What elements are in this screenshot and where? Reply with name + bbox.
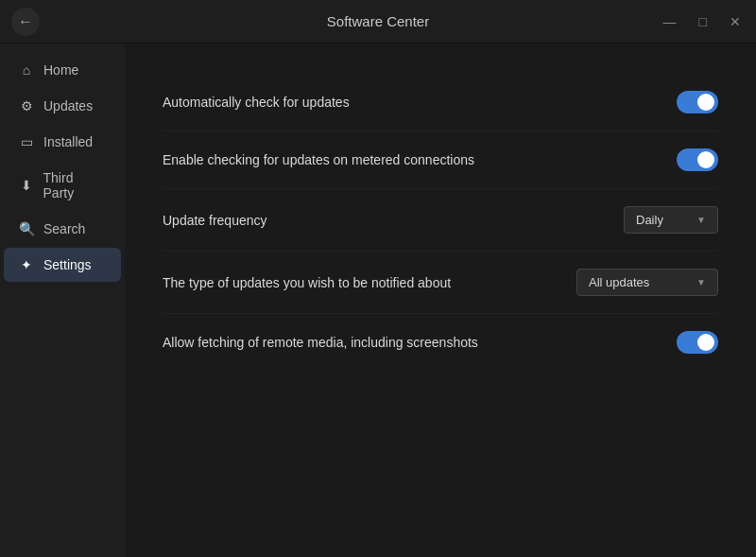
window-controls: — □ ✕ [660, 12, 745, 31]
sidebar-item-third-party[interactable]: ⬇ Third Party [4, 161, 121, 210]
sidebar-label-installed: Installed [43, 134, 93, 149]
remote-media-label: Allow fetching of remote media, includin… [163, 335, 478, 350]
sidebar-item-settings[interactable]: ✦ Settings [4, 248, 121, 282]
settings-row-frequency: Update frequency Daily ▼ [163, 189, 718, 252]
notify-type-dropdown[interactable]: All updates ▼ [576, 269, 718, 296]
back-button[interactable]: ← [11, 8, 40, 36]
metered-toggle[interactable] [677, 148, 718, 171]
settings-row-notify-type: The type of updates you wish to be notif… [163, 252, 718, 314]
toggle-knob [697, 94, 714, 111]
installed-icon: ▭ [19, 134, 34, 149]
app-title: Software Center [327, 13, 429, 29]
sidebar-item-search[interactable]: 🔍 Search [4, 212, 121, 246]
sidebar-label-third-party: Third Party [43, 170, 106, 200]
sidebar-label-search: Search [43, 221, 85, 236]
chevron-down-icon: ▼ [696, 215, 706, 225]
titlebar: ← Software Center — □ ✕ [0, 0, 756, 44]
sidebar-item-home[interactable]: ⌂ Home [4, 53, 121, 87]
sidebar-item-updates[interactable]: ⚙ Updates [4, 89, 121, 123]
app-body: ⌂ Home ⚙ Updates ▭ Installed ⬇ Third Par… [0, 44, 756, 557]
search-icon: 🔍 [19, 221, 34, 236]
toggle-knob-2 [697, 151, 714, 168]
sidebar-item-installed[interactable]: ▭ Installed [4, 125, 121, 159]
frequency-dropdown[interactable]: Daily ▼ [624, 206, 718, 234]
close-button[interactable]: ✕ [726, 12, 745, 31]
settings-row-auto-check: Automatically check for updates [163, 74, 718, 131]
sidebar: ⌂ Home ⚙ Updates ▭ Installed ⬇ Third Par… [0, 44, 125, 557]
notify-type-value: All updates [589, 275, 649, 289]
maximize-button[interactable]: □ [696, 12, 711, 31]
frequency-label: Update frequency [163, 213, 267, 228]
notify-type-label: The type of updates you wish to be notif… [163, 275, 451, 290]
minimize-button[interactable]: — [660, 12, 680, 31]
titlebar-left: ← [11, 8, 40, 36]
settings-icon: ✦ [19, 257, 34, 272]
sidebar-label-settings: Settings [43, 257, 92, 272]
updates-icon: ⚙ [19, 98, 34, 113]
metered-label: Enable checking for updates on metered c… [163, 152, 474, 167]
third-party-icon: ⬇ [19, 178, 34, 193]
main-content: Automatically check for updates Enable c… [125, 44, 756, 557]
toggle-track [677, 91, 718, 113]
remote-media-toggle[interactable] [677, 331, 718, 354]
sidebar-label-home: Home [43, 62, 78, 78]
back-icon: ← [18, 13, 33, 30]
auto-check-label: Automatically check for updates [163, 95, 350, 110]
toggle-track-3 [677, 331, 718, 354]
auto-check-toggle[interactable] [677, 91, 718, 113]
home-icon: ⌂ [19, 62, 34, 78]
toggle-track-2 [677, 148, 718, 171]
toggle-knob-3 [697, 334, 714, 351]
chevron-down-icon-2: ▼ [696, 277, 706, 287]
frequency-value: Daily [636, 213, 663, 227]
settings-row-remote-media: Allow fetching of remote media, includin… [163, 314, 718, 371]
settings-row-metered: Enable checking for updates on metered c… [163, 131, 718, 189]
sidebar-label-updates: Updates [43, 98, 93, 113]
